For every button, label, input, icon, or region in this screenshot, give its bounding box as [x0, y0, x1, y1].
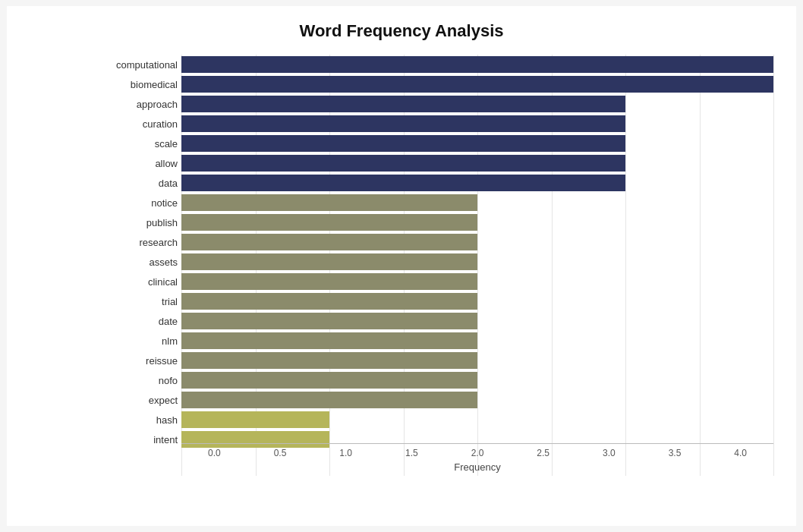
bar-label: nofo	[94, 375, 178, 386]
bar-label: expect	[94, 395, 178, 406]
bar-row: reissue	[181, 351, 773, 370]
x-tick: 2.5	[510, 448, 576, 458]
bar-label: computational	[94, 59, 178, 71]
bar-label: date	[94, 316, 178, 327]
bar-row: expect	[181, 390, 773, 410]
bar-row: data	[181, 173, 773, 193]
bar-fill	[181, 372, 477, 389]
x-tick: 0.5	[247, 448, 313, 458]
bar-label: intent	[94, 434, 178, 445]
bar-fill	[181, 352, 477, 369]
chart-title: Word Frequency Analysis	[30, 21, 773, 41]
bar-fill	[181, 313, 477, 329]
bar-label: nlm	[94, 335, 178, 347]
grid-line	[773, 55, 774, 476]
bar-row: publish	[181, 212, 773, 232]
bar-fill	[181, 332, 477, 349]
bar-label: publish	[94, 217, 178, 228]
bar-label: notice	[94, 197, 178, 209]
x-tick: 1.0	[313, 448, 379, 458]
bar-row: approach	[181, 94, 773, 114]
x-axis: 0.00.51.01.52.02.53.03.54.0 Frequency	[181, 443, 773, 477]
bar-fill	[181, 155, 625, 172]
bar-fill	[181, 234, 477, 250]
bar-fill	[181, 411, 329, 428]
bar-fill	[181, 214, 477, 231]
bar-row: curation	[181, 114, 773, 134]
x-tick: 4.0	[707, 448, 773, 458]
bar-label: research	[94, 237, 178, 248]
bar-fill	[181, 194, 477, 211]
x-tick: 2.0	[445, 448, 511, 458]
x-axis-label: Frequency	[181, 461, 773, 473]
bar-fill	[181, 293, 477, 310]
bar-row: scale	[181, 134, 773, 153]
bar-label: allow	[94, 158, 178, 169]
bar-row: clinical	[181, 272, 773, 291]
bar-label: data	[94, 178, 178, 189]
bar-fill	[181, 273, 477, 290]
bar-row: hash	[181, 410, 773, 430]
bar-label: scale	[94, 138, 178, 150]
bar-row: biomedical	[181, 74, 773, 94]
bar-label: approach	[94, 99, 178, 110]
bar-label: clinical	[94, 276, 178, 288]
chart-container: Word Frequency Analysis computationalbio…	[7, 6, 796, 526]
bar-fill	[181, 175, 625, 191]
bar-label: curation	[94, 118, 178, 130]
bar-fill	[181, 115, 625, 132]
bar-label: reissue	[94, 355, 178, 367]
x-tick: 1.5	[379, 448, 445, 458]
bar-row: assets	[181, 252, 773, 272]
bar-row: nlm	[181, 331, 773, 351]
bar-row: nofo	[181, 370, 773, 390]
bar-label: biomedical	[94, 79, 178, 90]
bar-fill	[181, 96, 625, 112]
bar-row: date	[181, 311, 773, 331]
bar-row: notice	[181, 193, 773, 212]
bar-row: research	[181, 232, 773, 252]
bar-fill	[181, 392, 477, 408]
x-tick: 0.0	[181, 448, 247, 458]
bar-row: trial	[181, 291, 773, 311]
bar-fill	[181, 135, 625, 152]
bar-label: hash	[94, 414, 178, 426]
bar-label: assets	[94, 257, 178, 268]
bar-fill	[181, 76, 773, 93]
x-tick: 3.5	[642, 448, 708, 458]
x-tick: 3.0	[576, 448, 642, 458]
bar-fill	[181, 253, 477, 270]
bar-label: trial	[94, 296, 178, 307]
bar-row: allow	[181, 153, 773, 173]
bar-row: computational	[181, 55, 773, 74]
bar-fill	[181, 56, 773, 73]
bars-container: computationalbiomedicalapproachcurations…	[181, 55, 773, 442]
